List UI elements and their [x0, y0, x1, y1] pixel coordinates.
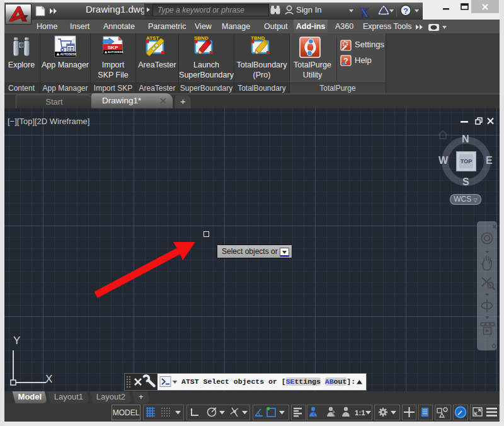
svg-text:Y: Y [13, 335, 20, 347]
svg-text:X: X [45, 373, 52, 385]
svg-text:AUTODESK: AUTODESK [60, 53, 77, 56]
svg-text:AUTODESK: AUTODESK [108, 50, 123, 54]
svg-text:SBND: SBND [194, 35, 209, 41]
svg-text:SKP: SKP [108, 45, 118, 50]
svg-text:1:1: 1:1 [355, 409, 365, 417]
svg-text:X: X [359, 5, 369, 18]
svg-text:?: ? [403, 6, 408, 16]
svg-text:TBND: TBND [251, 35, 265, 41]
